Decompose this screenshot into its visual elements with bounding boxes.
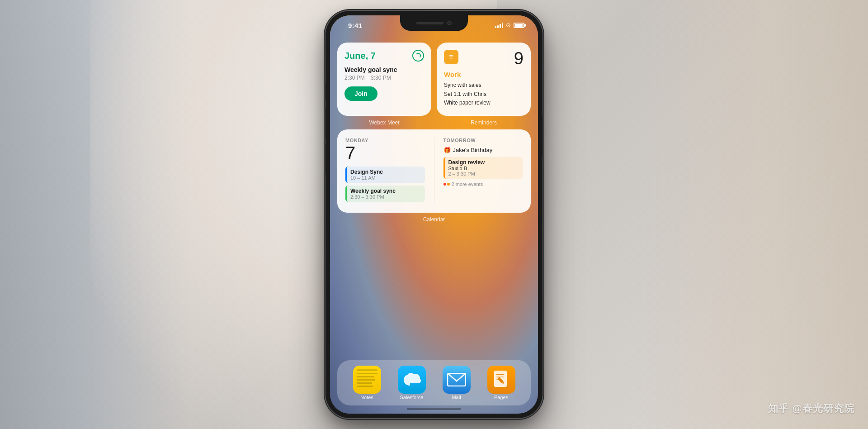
pages-app[interactable]: Pages [487,366,515,400]
webex-event-time: 2:30 PM – 3:30 PM [344,75,424,81]
webex-logo-inner [415,53,421,58]
more-dots [443,183,450,186]
notes-icon[interactable] [353,366,381,394]
mail-app[interactable]: Mail [443,366,471,400]
dock: Notes Salesforce [337,360,531,405]
power-button[interactable] [542,115,544,156]
signal-bar-3 [500,24,501,28]
more-events-text: 2 more events [452,181,483,187]
widgets-top-row: June, 7 Weekly goal sync 2:30 PM – 3:30 … [337,43,531,116]
webex-date: June, 7 [344,51,376,61]
cal-event-2-title: Weekly goal sync [350,188,421,194]
phone-screen: 9:41 ⊙ [330,15,538,414]
signal-bar-4 [502,23,503,28]
dot-2 [447,183,450,186]
battery-icon [514,23,524,28]
notes-lines [357,373,377,387]
calendar-tomorrow: TOMORROW 🎁 Jake's Birthday Design review… [443,138,523,205]
reminders-header: ≡ 9 [444,50,524,67]
reminders-category: Work [444,71,524,78]
birthday-icon: 🎁 [443,147,451,153]
status-time: 9:41 [348,22,362,29]
line-4 [357,382,373,384]
cal-event-design-sync: Design Sync 10 – 11 AM [345,167,425,183]
reminders-widget-label: Reminders [471,119,497,126]
status-icons: ⊙ [495,22,524,29]
cal-event-1-time: 10 – 11 AM [350,175,421,181]
mute-button[interactable] [324,83,326,100]
salesforce-icon[interactable] [398,366,426,394]
cal-event-2-time: 2:30 – 3:30 PM [350,194,421,200]
pages-icon[interactable] [487,366,515,394]
volume-down-button[interactable] [324,144,326,174]
birthday-text: Jake's Birthday [453,147,493,153]
calendar-widget[interactable]: MONDAY 7 Design Sync 10 – 11 AM Weekly g… [337,129,531,213]
tomorrow-label: TOMORROW [443,138,523,143]
cal-tomorrow-event-sub: Studio B [448,166,519,171]
pages-label: Pages [494,395,508,400]
today-label: MONDAY [345,138,425,143]
webex-widget-label: Webex Meet [369,119,399,126]
widgets-container: June, 7 Weekly goal sync 2:30 PM – 3:30 … [337,43,531,213]
reminder-item-2: Set 1:1 with Chris [444,91,524,98]
signal-bar-1 [495,26,496,28]
reminders-icon: ≡ [444,50,458,64]
reminders-widget[interactable]: ≡ 9 Work Sync with sales Set 1:1 with Ch… [437,43,531,116]
mail-icon[interactable] [443,366,471,394]
calendar-divider [434,138,434,205]
wifi-icon: ⊙ [506,22,511,29]
notes-app[interactable]: Notes [353,366,381,400]
calendar-widget-label: Calendar [423,216,445,223]
notes-label: Notes [360,395,373,400]
webex-event-title: Weekly goal sync [344,66,424,73]
line-1 [357,373,377,374]
reminder-item-1: Sync with sales [444,82,524,89]
calendar-today: MONDAY 7 Design Sync 10 – 11 AM Weekly g… [345,138,425,205]
reminders-count: 9 [514,50,524,67]
birthday-event: 🎁 Jake's Birthday [443,147,523,153]
line-2 [357,376,374,377]
watermark: 知乎 @春光研究院 [768,402,854,415]
cal-tomorrow-event-title: Design review [448,159,519,166]
cal-event-1-title: Design Sync [350,169,421,175]
signal-bar-2 [497,25,499,28]
speaker [416,22,443,24]
webex-logo [412,50,424,62]
cal-event-design-review: Design review Studio B 2 – 3:30 PM [443,157,523,179]
line-3 [357,379,375,381]
calendar-inner: MONDAY 7 Design Sync 10 – 11 AM Weekly g… [345,138,523,205]
salesforce-app[interactable]: Salesforce [398,366,426,400]
salesforce-cloud-svg [403,373,421,386]
dot-1 [443,183,446,186]
notch [400,15,468,31]
pages-doc-svg [493,370,509,390]
background-right [633,0,868,429]
volume-up-button[interactable] [324,108,326,138]
home-indicator[interactable] [407,408,461,410]
phone-wrapper: 9:41 ⊙ [326,11,542,418]
mail-envelope-svg [447,373,466,386]
signal-icon [495,23,503,28]
phone-frame: 9:41 ⊙ [326,11,542,418]
webex-header: June, 7 [344,50,424,62]
reminder-item-3: White paper review [444,100,524,107]
salesforce-label: Salesforce [400,395,424,400]
cal-tomorrow-event-time: 2 – 3:30 PM [448,171,519,176]
more-events: 2 more events [443,181,523,187]
camera [447,21,452,25]
webex-join-button[interactable]: Join [344,86,377,101]
webex-widget[interactable]: June, 7 Weekly goal sync 2:30 PM – 3:30 … [337,43,431,116]
cal-event-goal-sync: Weekly goal sync 2:30 – 3:30 PM [345,186,425,202]
mail-label: Mail [452,395,461,400]
today-num: 7 [345,144,425,162]
line-5 [357,386,373,387]
list-icon: ≡ [449,53,453,61]
battery-fill [515,24,523,27]
